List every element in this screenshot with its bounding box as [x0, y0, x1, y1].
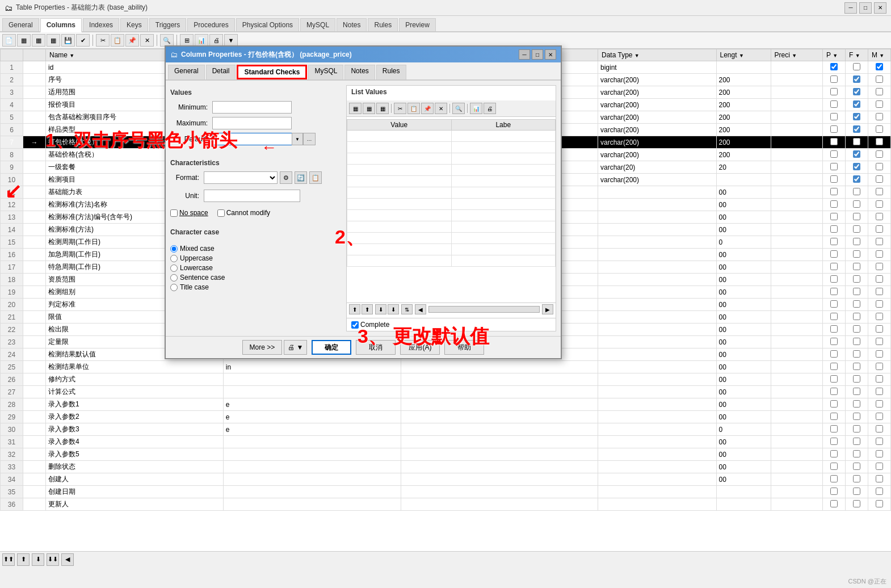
radio-mixed-case[interactable]: Mixed case [170, 245, 341, 253]
row-p[interactable] [823, 411, 846, 423]
list-nav-scroll-right[interactable]: ▶ [542, 304, 553, 314]
m-checkbox[interactable] [876, 125, 883, 133]
list-horizontal-scrollbar[interactable] [428, 306, 540, 313]
cancel-button[interactable]: 取消 [356, 340, 396, 355]
list-table-container[interactable]: Value Labe [347, 119, 556, 300]
p-checkbox[interactable] [830, 63, 838, 70]
table-row[interactable]: 29 录入参数2 e 00 [1, 411, 891, 423]
row-f[interactable] [846, 99, 868, 111]
m-checkbox[interactable] [876, 225, 883, 233]
row-m[interactable] [868, 224, 891, 236]
row-m[interactable] [868, 436, 891, 448]
p-checkbox[interactable] [830, 188, 838, 195]
f-checkbox[interactable] [853, 425, 860, 432]
m-checkbox[interactable] [876, 275, 883, 283]
tb-table2-button[interactable]: ▦ [32, 34, 45, 47]
p-checkbox[interactable] [830, 263, 838, 270]
maximize-button[interactable]: □ [859, 2, 872, 14]
row-p[interactable] [823, 324, 846, 336]
row-f[interactable] [846, 386, 868, 398]
dialog-close-button[interactable]: ✕ [545, 49, 556, 60]
m-checkbox[interactable] [876, 438, 883, 445]
radio-lowercase[interactable]: Lowercase [170, 264, 341, 272]
row-p[interactable] [823, 61, 846, 74]
p-checkbox[interactable] [830, 325, 838, 333]
dialog-tab-standard-checks[interactable]: Standard Checks [237, 65, 307, 79]
row-f[interactable] [846, 448, 868, 461]
row-f[interactable] [846, 249, 868, 261]
table-row[interactable]: 35 创建日期 [1, 486, 891, 498]
format-select[interactable] [204, 171, 278, 184]
row-m[interactable] [868, 486, 891, 498]
row-m[interactable] [868, 299, 891, 311]
row-m[interactable] [868, 348, 891, 361]
row-f[interactable] [846, 398, 868, 411]
row-f[interactable] [846, 324, 868, 336]
f-checkbox[interactable] [853, 438, 860, 445]
tb-table3-button[interactable]: ▦ [47, 34, 60, 47]
row-m[interactable] [868, 199, 891, 211]
f-checkbox[interactable] [853, 288, 860, 295]
row-f[interactable] [846, 199, 868, 211]
list-nav-first[interactable]: ⬆ [349, 304, 360, 314]
row-m[interactable] [868, 498, 891, 511]
m-checkbox[interactable] [876, 63, 883, 70]
radio-sentence-input[interactable] [170, 274, 178, 282]
row-p[interactable] [823, 236, 846, 249]
f-checkbox[interactable] [853, 175, 860, 183]
list-tb-edit[interactable]: ▦ [376, 103, 389, 114]
row-f[interactable] [846, 174, 868, 186]
format-btn3[interactable]: 📋 [309, 171, 322, 184]
row-f[interactable] [846, 186, 868, 199]
default-input[interactable] [212, 133, 292, 145]
more-button[interactable]: More >> [242, 340, 283, 355]
row-f[interactable] [846, 86, 868, 99]
tb-dropdown-button[interactable]: ▼ [224, 34, 238, 47]
maximum-input[interactable] [212, 117, 292, 129]
row-m[interactable] [868, 261, 891, 274]
row-p[interactable] [823, 486, 846, 498]
f-checkbox[interactable] [853, 263, 860, 270]
row-f[interactable] [846, 361, 868, 373]
nav-collapse-button[interactable]: ◀ [61, 553, 74, 566]
radio-uppercase[interactable]: Uppercase [170, 254, 341, 262]
f-checkbox[interactable] [853, 163, 860, 170]
col-header-preci[interactable]: Preci ▼ [771, 49, 822, 61]
list-tb-new[interactable]: ▦ [349, 103, 362, 114]
table-row[interactable]: 31 录入参数4 00 [1, 436, 891, 448]
m-checkbox[interactable] [876, 138, 883, 145]
list-tb-print[interactable]: 🖨 [484, 103, 496, 114]
row-m[interactable] [868, 274, 891, 286]
nav-next-button[interactable]: ⬇ [32, 553, 44, 566]
row-f[interactable] [846, 224, 868, 236]
m-checkbox[interactable] [876, 238, 883, 245]
tab-triggers[interactable]: Triggers [149, 18, 187, 31]
table-row[interactable]: 34 创建人 00 [1, 473, 891, 486]
row-p[interactable] [823, 186, 846, 199]
row-m[interactable] [868, 111, 891, 124]
row-m[interactable] [868, 211, 891, 224]
radio-upper-input[interactable] [170, 255, 178, 262]
row-p[interactable] [823, 348, 846, 361]
f-checkbox[interactable] [853, 463, 860, 470]
nav-prev-button[interactable]: ⬆ [17, 553, 30, 566]
m-checkbox[interactable] [876, 288, 883, 295]
tb-delete-button[interactable]: ✕ [140, 34, 154, 47]
p-checkbox[interactable] [830, 438, 838, 445]
col-header-m[interactable]: M ▼ [868, 49, 891, 61]
tab-columns[interactable]: Columns [40, 18, 82, 32]
col-header-length[interactable]: Lengt ▼ [716, 49, 771, 61]
row-p[interactable] [823, 286, 846, 299]
p-checkbox[interactable] [830, 375, 838, 383]
f-checkbox[interactable] [853, 200, 860, 208]
m-checkbox[interactable] [876, 363, 883, 370]
row-m[interactable] [868, 124, 891, 136]
row-f[interactable] [846, 111, 868, 124]
list-tb-paste[interactable]: 📌 [421, 103, 434, 114]
row-m[interactable] [868, 311, 891, 324]
close-button[interactable]: ✕ [874, 2, 886, 14]
f-checkbox[interactable] [853, 275, 860, 283]
p-checkbox[interactable] [830, 300, 838, 308]
row-p[interactable] [823, 274, 846, 286]
tab-notes[interactable]: Notes [337, 18, 367, 31]
